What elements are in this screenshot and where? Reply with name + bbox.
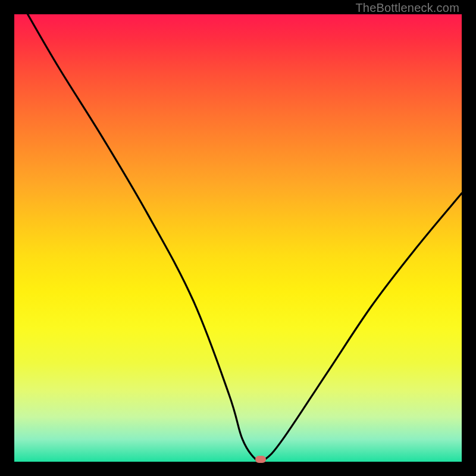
chart-container: TheBottleneck.com	[0, 0, 476, 476]
bottleneck-curve	[28, 14, 462, 462]
curve-svg	[14, 14, 462, 462]
attribution-label: TheBottleneck.com	[355, 1, 459, 15]
plot-area	[14, 14, 462, 462]
minimum-marker	[255, 456, 266, 463]
